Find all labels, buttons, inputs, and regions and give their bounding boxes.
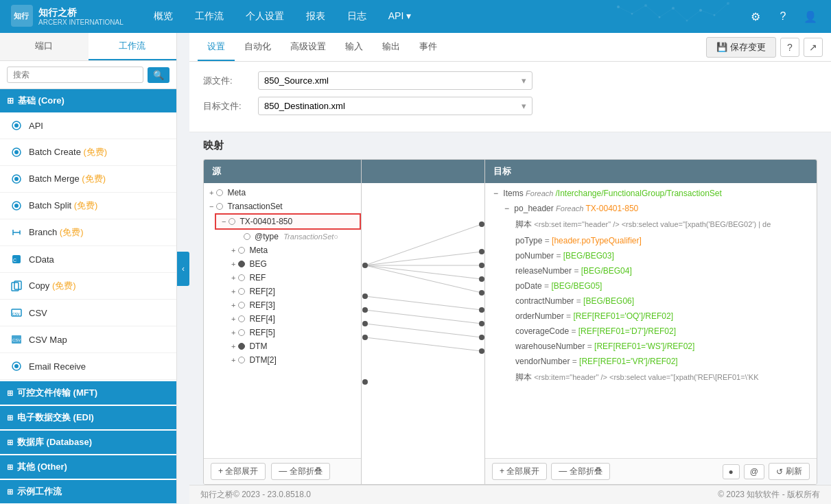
sidebar-item-csv-map[interactable]: CSV CSV Map (0, 326, 176, 353)
order-eq: = (566, 311, 573, 321)
sidebar-item-copy[interactable]: Copy (免费) (0, 273, 176, 300)
target-ordernumber[interactable]: orderNumber = [REF[REF01='OQ']/REF02] (485, 309, 817, 324)
tree-item-ref4[interactable]: + REF[4] (226, 312, 361, 326)
tree-item-tx[interactable]: − TX-00401-850 (215, 213, 361, 230)
sidebar-item-branch[interactable]: Branch (免费) (0, 219, 176, 246)
sidebar-group-mft[interactable]: ⊞ 可控文件传输 (MFT) (0, 381, 176, 405)
source-collapse-all-button[interactable]: — 全部折叠 (271, 463, 329, 480)
eye-button[interactable]: ● (723, 464, 740, 479)
sidebar-item-api[interactable]: API (0, 112, 176, 139)
target-coveragecode[interactable]: coverageCode = [REF[REF01='D7']/REF02] (485, 324, 817, 339)
order-value: [REF[REF01='OQ']/REF02] (573, 311, 673, 321)
tx-toggle[interactable]: − (222, 217, 226, 226)
dest-file-select[interactable]: 850_Destination.xml ▾ (258, 97, 532, 115)
nav-log[interactable]: 日志 (339, 8, 375, 25)
release-eq: = (574, 266, 581, 276)
source-file-select[interactable]: 850_Source.xml ▾ (258, 71, 532, 90)
nav-api[interactable]: API (380, 8, 419, 25)
nav-workflow[interactable]: 工作流 (187, 8, 232, 25)
tab-event[interactable]: 事件 (410, 34, 447, 61)
svg-point-46 (362, 263, 368, 268)
tree-item-meta[interactable]: + Meta (204, 186, 361, 200)
sidebar-item-csv[interactable]: csv CSV (0, 300, 176, 326)
target-contractnumber[interactable]: contractNumber = [BEG/BEG06] (485, 293, 817, 309)
meta-toggle[interactable]: + (209, 189, 213, 197)
help-icon[interactable]: ? (773, 7, 793, 26)
nav-report[interactable]: 报表 (298, 8, 333, 25)
sidebar-collapse-button[interactable]: ‹ (177, 252, 189, 286)
tab-output[interactable]: 输出 (373, 34, 410, 61)
tree-item-dtm[interactable]: + DTM (226, 339, 361, 353)
ref3-toggle[interactable]: + (231, 301, 235, 309)
branch-icon (10, 226, 23, 239)
tree-item-transactionset[interactable]: − TransactionSet (204, 200, 361, 213)
transactionset-toggle[interactable]: − (209, 202, 213, 211)
tree-item-ref5[interactable]: + REF[5] (226, 326, 361, 339)
sidebar-group-examples[interactable]: ⊞ 示例工作流 (0, 480, 176, 503)
help-tab-icon[interactable]: ? (780, 38, 799, 57)
target-items-foreach[interactable]: − Items Foreach /Interchange/FunctionalG… (485, 186, 817, 201)
external-link-icon[interactable]: ↗ (804, 38, 823, 57)
type-dot (244, 233, 250, 240)
ref4-toggle[interactable]: + (231, 315, 235, 323)
sidebar-group-core[interactable]: ⊞ 基础 (Core) (0, 89, 176, 112)
tree-item-ref3[interactable]: + REF[3] (226, 298, 361, 312)
sidebar-item-email-receive[interactable]: Email Receive (0, 353, 176, 380)
sidebar-group-other[interactable]: ⊞ 其他 (Other) (0, 455, 176, 479)
email-receive-icon (10, 359, 23, 373)
ref-label: REF (249, 273, 266, 283)
ref2-toggle[interactable]: + (231, 287, 235, 296)
tab-advanced[interactable]: 高级设置 (281, 34, 336, 61)
tree-item-beg[interactable]: + BEG (226, 257, 361, 271)
tab-port[interactable]: 端口 (0, 33, 89, 60)
tab-automation[interactable]: 自动化 (235, 34, 281, 61)
source-expand-all-button[interactable]: + 全部展开 (211, 463, 266, 480)
tree-item-dtm2[interactable]: + DTM[2] (226, 353, 361, 367)
tree-item-ref2[interactable]: + REF[2] (226, 285, 361, 298)
dest-file-value: 850_Destination.xml (264, 101, 345, 111)
at-button[interactable]: @ (744, 464, 764, 479)
tab-settings[interactable]: 设置 (198, 34, 235, 61)
nav-personal[interactable]: 个人设置 (237, 8, 292, 25)
contract-key: contractNumber (515, 296, 576, 306)
ref5-toggle[interactable]: + (231, 328, 235, 337)
svg-text:知行: 知行 (13, 12, 30, 20)
tab-workflow[interactable]: 工作流 (89, 33, 177, 60)
target-script-2[interactable]: 脚本 <rsb:item="header" /> <rsb:select val… (485, 369, 817, 386)
tree-item-meta-child[interactable]: + Meta (226, 243, 361, 257)
target-ponumber[interactable]: poNumber = [BEG/BEG03] (485, 248, 817, 263)
meta-child-toggle[interactable]: + (231, 246, 235, 254)
tab-input[interactable]: 输入 (336, 34, 373, 61)
user-icon[interactable]: 👤 (801, 7, 820, 26)
dtm-toggle[interactable]: + (231, 342, 235, 350)
target-warehousenumber[interactable]: warehouseNumber = [REF[REF01='WS']/REF02… (485, 339, 817, 354)
search-input[interactable] (7, 67, 143, 83)
search-button[interactable]: 🔍 (148, 67, 169, 83)
target-collapse-all-button[interactable]: — 全部折叠 (551, 463, 609, 480)
sidebar-group-edi[interactable]: ⊞ 电子数据交换 (EDI) (0, 406, 176, 429)
target-expand-all-button[interactable]: + 全部展开 (492, 463, 547, 480)
dtm2-toggle[interactable]: + (231, 356, 235, 364)
save-button[interactable]: 💾 保存变更 (706, 37, 776, 58)
tree-item-ref[interactable]: + REF (226, 271, 361, 285)
target-script-1[interactable]: 脚本 <rsb:set item="header" /> <rsb:select… (485, 216, 817, 233)
target-potype[interactable]: poType = [header.poTypeQualifier] (485, 233, 817, 248)
target-releasenumber[interactable]: releaseNumber = [BEG/BEG04] (485, 263, 817, 278)
svg-line-11 (618, 7, 632, 14)
svg-line-18 (714, 3, 728, 15)
target-podate[interactable]: poDate = [BEG/BEG05] (485, 278, 817, 293)
beg-toggle[interactable]: + (231, 260, 235, 268)
settings-icon[interactable]: ⚙ (746, 7, 765, 26)
ref-toggle[interactable]: + (231, 274, 235, 282)
sidebar-group-database[interactable]: ⊞ 数据库 (Database) (0, 431, 176, 454)
sidebar-item-cdata[interactable]: C CData (0, 246, 176, 273)
sidebar-item-batch-split[interactable]: Batch Split (免费) (0, 193, 176, 219)
target-po-header[interactable]: − po_header Foreach TX-00401-850 (485, 201, 817, 216)
mapping-title: 映射 (203, 139, 817, 152)
sidebar-item-batch-merge[interactable]: Batch Merge (免费) (0, 166, 176, 193)
sidebar-item-batch-create[interactable]: Batch Create (免费) (0, 139, 176, 166)
nav-overview[interactable]: 概览 (145, 8, 181, 25)
refresh-button[interactable]: ↺ 刷新 (769, 463, 810, 480)
tree-item-type[interactable]: @type TransactionSet○ (226, 230, 361, 243)
target-vendornumber[interactable]: vendorNumber = [REF[REF01='VR']/REF02] (485, 354, 817, 369)
